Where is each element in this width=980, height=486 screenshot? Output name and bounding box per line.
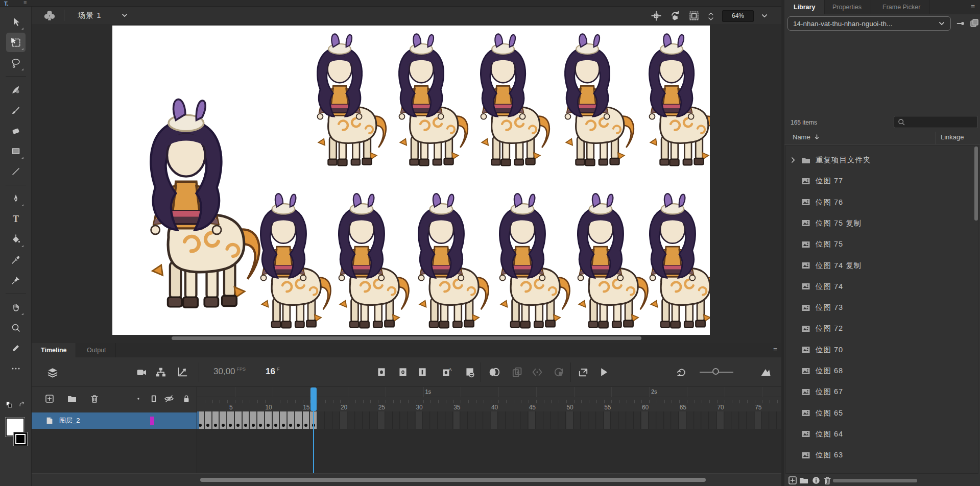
reset-timeline-zoom-button[interactable] (674, 364, 689, 380)
frame-cell-56[interactable] (611, 411, 618, 429)
frame-cell-68[interactable] (702, 411, 709, 429)
frame-cell-53[interactable] (589, 411, 596, 429)
frame-cell-49[interactable] (559, 411, 566, 429)
frames-area[interactable]: 1s2s 51015202530354045505560657075 (197, 387, 781, 473)
frame-cell-22[interactable] (355, 411, 363, 429)
library-item-bitmap-2[interactable]: 位图 76 (786, 192, 978, 213)
frame-cell-43[interactable] (514, 411, 521, 429)
library-item-bitmap-5[interactable]: 位图 74 复制 (786, 255, 978, 276)
frame-cell-51[interactable] (574, 411, 581, 429)
frame-cell-21[interactable] (348, 411, 355, 429)
hide-layers-toggle[interactable] (162, 392, 176, 405)
library-item-bitmap-8[interactable]: 位图 72 (786, 318, 978, 339)
new-folder-button[interactable] (799, 476, 809, 485)
tab-output[interactable]: Output (78, 343, 116, 357)
frame-cell-55[interactable] (604, 411, 611, 429)
frame-cell-60[interactable] (641, 411, 649, 429)
scene-chevron-icon[interactable] (121, 12, 128, 19)
free-transform-tool[interactable] (6, 33, 26, 52)
frame-cell-8[interactable] (250, 411, 257, 429)
frame-cell-35[interactable] (453, 411, 461, 429)
timeline-panel-menu-icon[interactable]: ≡ (773, 346, 777, 354)
frame-cell-5[interactable] (227, 411, 234, 429)
insert-blank-keyframe-button[interactable] (395, 364, 411, 380)
item-properties-button[interactable] (811, 476, 821, 485)
rotate-stage-icon[interactable] (669, 10, 681, 22)
character-sprite-3[interactable] (377, 29, 471, 167)
zoom-stepper-icon[interactable] (707, 9, 715, 22)
tab-timeline[interactable]: Timeline (32, 343, 76, 357)
new-library-panel-icon[interactable] (969, 18, 979, 28)
frame-cell-72[interactable] (732, 411, 739, 429)
frame-cell-38[interactable] (476, 411, 483, 429)
pencil-tool[interactable] (6, 338, 26, 358)
frame-cell-50[interactable] (566, 411, 573, 429)
character-sprite-12[interactable] (628, 172, 710, 330)
frame-cell-27[interactable] (393, 411, 400, 429)
frame-cell-28[interactable] (400, 411, 408, 429)
frame-cell-67[interactable] (695, 411, 702, 429)
fit-timeline-view-button[interactable] (758, 364, 773, 380)
frame-cell-10[interactable] (265, 411, 272, 429)
new-symbol-button[interactable] (787, 476, 798, 485)
frame-cell-2[interactable] (205, 411, 212, 429)
show-layers-button[interactable] (45, 364, 60, 380)
frame-cell-42[interactable] (506, 411, 513, 429)
library-item-bitmap-4[interactable]: 位图 75 (786, 234, 978, 255)
library-item-bitmap-14[interactable]: 位图 63 (786, 445, 978, 466)
remove-frame-button[interactable] (462, 364, 477, 380)
play-button[interactable] (596, 364, 611, 380)
clover-menu-icon[interactable] (43, 9, 58, 21)
camera-button[interactable] (134, 364, 149, 380)
frame-cell-15[interactable] (303, 411, 310, 429)
library-horizontal-scrollbar[interactable] (833, 479, 917, 482)
column-header-linkage[interactable]: Linkage (941, 133, 964, 141)
frame-cell-40[interactable] (491, 411, 498, 429)
onion-skin-button[interactable] (486, 364, 501, 380)
hand-tool[interactable] (6, 298, 26, 317)
hamburger-menu-icon[interactable]: ≡ (23, 0, 27, 6)
paint-bucket-tool[interactable] (6, 230, 26, 249)
selection-tool[interactable] (6, 12, 26, 32)
frame-cell-77[interactable] (770, 411, 777, 429)
library-item-bitmap-13[interactable]: 位图 64 (786, 424, 978, 445)
frame-cell-18[interactable] (325, 411, 332, 429)
library-item-bitmap-12[interactable]: 位图 65 (786, 403, 978, 424)
library-item-bitmap-3[interactable]: 位图 75 复制 (786, 213, 978, 234)
fluid-brush-tool[interactable] (6, 80, 26, 100)
frame-cell-30[interactable] (416, 411, 423, 429)
library-item-folder-0[interactable]: 重复项目文件夹 (786, 150, 978, 171)
column-header-name[interactable]: Name (793, 133, 820, 141)
swap-colors-icon[interactable] (18, 401, 27, 409)
frame-cell-57[interactable] (619, 411, 626, 429)
frame-cell-7[interactable] (243, 411, 250, 429)
auto-keyframe-button[interactable]: A (439, 364, 455, 380)
frame-cell-23[interactable] (363, 411, 370, 429)
library-search-input[interactable] (894, 116, 978, 128)
frame-cell-58[interactable] (627, 411, 634, 429)
frame-cell-44[interactable] (521, 411, 528, 429)
frame-cell-37[interactable] (468, 411, 475, 429)
modify-markers-button[interactable] (530, 364, 545, 380)
fps-display[interactable]: 30,00FPS (213, 367, 246, 377)
layer-row[interactable]: 图层_2 (32, 412, 197, 429)
frame-cell-61[interactable] (649, 411, 656, 429)
tab-frame-picker[interactable]: Frame Picker (873, 0, 930, 14)
stage-canvas[interactable] (112, 26, 710, 335)
frame-cell-66[interactable] (687, 411, 694, 429)
frame-cell-74[interactable] (747, 411, 754, 429)
character-sprite-5[interactable] (543, 29, 637, 167)
onion-skin-range-button[interactable] (551, 364, 566, 380)
frame-cell-39[interactable] (484, 411, 491, 429)
outline-layers-toggle[interactable] (147, 392, 160, 405)
eraser-tool[interactable] (6, 121, 26, 140)
zoom-level-input[interactable]: 64% (722, 10, 754, 22)
frame-cell-65[interactable] (679, 411, 686, 429)
library-item-bitmap-10[interactable]: 位图 68 (786, 360, 978, 381)
eyedropper-tool[interactable] (6, 250, 26, 270)
frame-cell-24[interactable] (370, 411, 377, 429)
current-frame-display[interactable]: 16F (266, 367, 279, 377)
expand-chevron-icon[interactable] (790, 157, 797, 163)
document-tab-fragment[interactable]: T. (4, 1, 9, 7)
pen-tool[interactable] (6, 189, 26, 208)
